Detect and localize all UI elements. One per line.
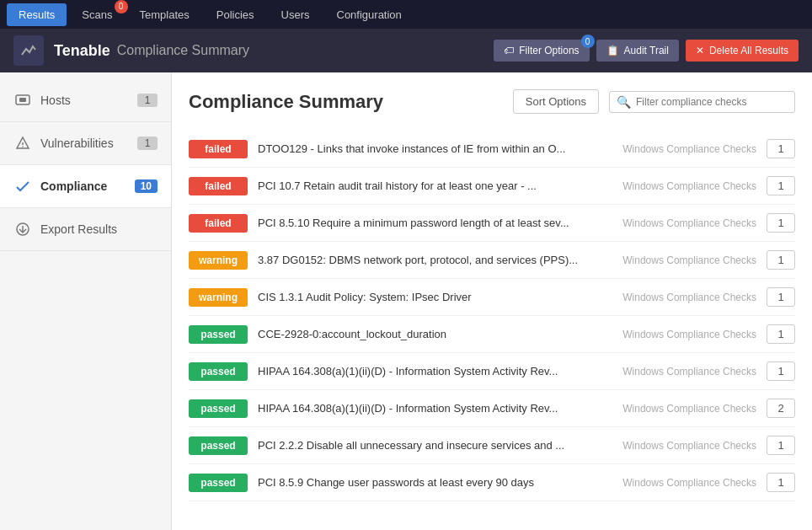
header-bar: Tenable Compliance Summary 🏷 Filter Opti… [0, 29, 812, 72]
audit-icon: 📋 [606, 45, 619, 56]
row-category: Windows Compliance Checks [605, 329, 756, 340]
status-badge: passed [189, 362, 248, 381]
content-area: Compliance Summary Sort Options 🔍 failed… [172, 72, 812, 530]
filter-badge: 0 [581, 35, 595, 48]
table-row[interactable]: failed PCI 8.5.10 Require a minimum pass… [189, 205, 795, 242]
sort-options-button[interactable]: Sort Options [513, 89, 599, 114]
delete-icon: ✕ [696, 45, 704, 56]
table-row[interactable]: passed PCI 2.2.2 Disable all unnecessary… [189, 427, 795, 464]
compliance-icon [13, 177, 32, 195]
export-icon [13, 220, 32, 238]
row-category: Windows Compliance Checks [605, 366, 756, 377]
sidebar-item-vulnerabilities[interactable]: Vulnerabilities 1 [0, 122, 171, 165]
row-count: 1 [767, 473, 795, 492]
hosts-count: 1 [137, 94, 158, 107]
row-count: 1 [767, 176, 795, 195]
status-badge: passed [189, 474, 248, 492]
row-category: Windows Compliance Checks [605, 254, 756, 266]
row-category: Windows Compliance Checks [605, 217, 756, 229]
tab-users[interactable]: Users [270, 3, 322, 26]
status-badge: failed [189, 140, 248, 158]
table-row[interactable]: passed CCE-2928-0:account_lockout_durati… [189, 316, 795, 353]
sidebar-item-export[interactable]: Export Results [0, 208, 171, 251]
vulnerabilities-label: Vulnerabilities [40, 137, 129, 150]
page-title: Compliance Summary [189, 91, 503, 113]
app-logo [13, 35, 44, 66]
compliance-label: Compliance [40, 179, 126, 193]
sidebar: Hosts 1 Vulnerabilities 1 Compliance 10 … [0, 72, 172, 530]
compliance-count: 10 [135, 179, 158, 193]
main-layout: Hosts 1 Vulnerabilities 1 Compliance 10 … [0, 72, 812, 530]
status-badge: warning [189, 288, 248, 307]
vulnerabilities-icon [13, 134, 32, 153]
tab-scans[interactable]: Scans 0 [70, 3, 124, 26]
hosts-icon [13, 91, 32, 110]
row-description: PCI 10.7 Retain audit trail history for … [258, 179, 595, 192]
row-description: CIS 1.3.1 Audit Policy: System: IPsec Dr… [258, 291, 595, 303]
row-count: 1 [767, 213, 795, 233]
table-row[interactable]: warning CIS 1.3.1 Audit Policy: System: … [189, 279, 795, 316]
table-row[interactable]: passed HIPAA 164.308(a)(1)(ii)(D) - Info… [189, 353, 795, 390]
export-label: Export Results [40, 222, 158, 236]
row-category: Windows Compliance Checks [605, 403, 756, 415]
row-count: 1 [767, 250, 795, 270]
scans-badge: 0 [115, 0, 128, 13]
row-count: 1 [767, 361, 795, 381]
search-icon: 🔍 [617, 95, 631, 109]
row-category: Windows Compliance Checks [605, 440, 756, 452]
row-description: HIPAA 164.308(a)(1)(ii)(D) - Information… [258, 402, 595, 415]
table-row[interactable]: failed PCI 10.7 Retain audit trail histo… [189, 168, 795, 205]
filter-icon: 🏷 [504, 45, 514, 56]
filter-options-button[interactable]: 🏷 Filter Options 0 [494, 40, 589, 62]
row-category: Windows Compliance Checks [605, 292, 756, 303]
row-description: PCI 8.5.10 Require a minimum password le… [258, 217, 595, 229]
row-count: 1 [767, 287, 795, 307]
row-category: Windows Compliance Checks [605, 143, 756, 155]
row-description: 3.87 DG0152: DBMS network port, protocol… [258, 254, 595, 266]
header-actions: 🏷 Filter Options 0 📋 Audit Trail ✕ Delet… [494, 40, 799, 62]
app-title: Tenable [54, 42, 110, 60]
table-row[interactable]: passed PCI 8.5.9 Change user passwords a… [189, 464, 795, 501]
row-count: 1 [767, 324, 795, 344]
search-input[interactable] [636, 96, 788, 108]
status-badge: passed [189, 399, 248, 418]
row-description: PCI 2.2.2 Disable all unnecessary and in… [258, 439, 595, 452]
status-badge: passed [189, 436, 248, 455]
status-badge: passed [189, 325, 248, 344]
row-description: CCE-2928-0:account_lockout_duration [258, 328, 595, 340]
status-badge: failed [189, 177, 248, 195]
row-count: 2 [767, 399, 795, 418]
sidebar-item-compliance[interactable]: Compliance 10 [0, 165, 171, 208]
hosts-label: Hosts [40, 94, 129, 107]
svg-point-3 [22, 146, 24, 147]
row-description: HIPAA 164.308(a)(1)(ii)(D) - Information… [258, 365, 595, 377]
row-count: 1 [767, 436, 795, 455]
table-row[interactable]: warning 3.87 DG0152: DBMS network port, … [189, 242, 795, 279]
table-row[interactable]: failed DTOO129 - Links that invoke insta… [189, 131, 795, 168]
table-row[interactable]: passed HIPAA 164.308(a)(1)(ii)(D) - Info… [189, 390, 795, 427]
page-subtitle: Compliance Summary [117, 43, 249, 58]
row-category: Windows Compliance Checks [605, 180, 756, 192]
sidebar-item-hosts[interactable]: Hosts 1 [0, 79, 171, 122]
row-description: DTOO129 - Links that invoke instances of… [258, 142, 595, 155]
delete-all-results-button[interactable]: ✕ Delete All Results [686, 40, 799, 62]
status-badge: failed [189, 214, 248, 233]
svg-rect-1 [19, 98, 26, 102]
tab-results[interactable]: Results [7, 3, 67, 26]
audit-trail-button[interactable]: 📋 Audit Trail [596, 40, 679, 62]
vulnerabilities-count: 1 [137, 137, 158, 150]
tab-configuration[interactable]: Configuration [325, 3, 414, 26]
compliance-list: failed DTOO129 - Links that invoke insta… [189, 131, 795, 501]
search-box: 🔍 [609, 91, 795, 113]
status-badge: warning [189, 251, 248, 270]
row-count: 1 [767, 139, 795, 158]
tab-templates[interactable]: Templates [128, 3, 201, 26]
row-description: PCI 8.5.9 Change user passwords at least… [258, 476, 595, 489]
content-header: Compliance Summary Sort Options 🔍 [189, 89, 795, 114]
row-category: Windows Compliance Checks [605, 477, 756, 489]
tab-policies[interactable]: Policies [205, 3, 266, 26]
top-navigation: Results Scans 0 Templates Policies Users… [0, 0, 812, 29]
